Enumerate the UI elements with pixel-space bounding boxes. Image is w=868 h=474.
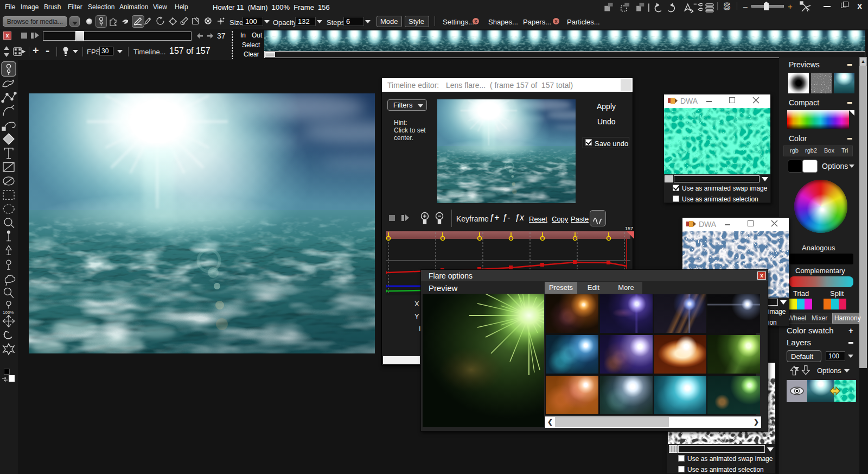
svg-text:100%: 100% (3, 310, 14, 315)
